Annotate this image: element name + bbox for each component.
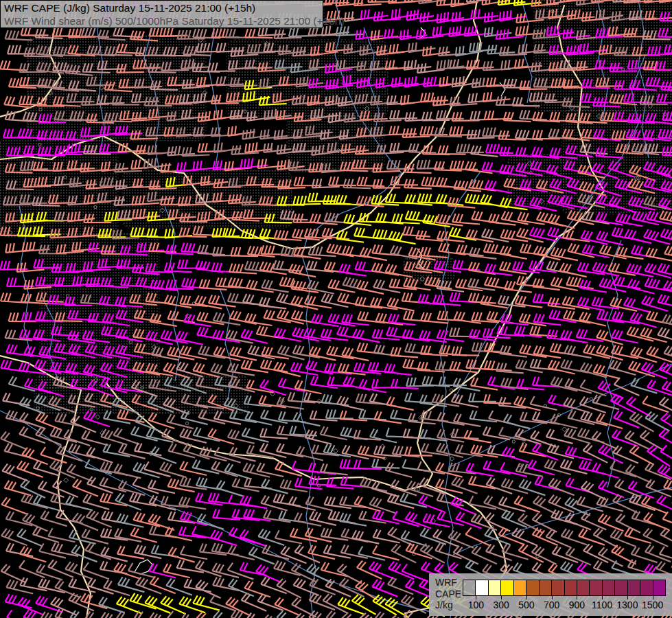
legend-color-box-10 (590, 580, 602, 595)
legend-label-300: 300 (493, 599, 509, 610)
legend-color-box-6 (540, 580, 552, 595)
legend-label-1300: 1300 (616, 599, 638, 610)
legend-color-box-12 (615, 580, 627, 595)
map-title-shear: WRF Wind shear (m/s) 500/1000hPa Saturda… (4, 14, 318, 27)
legend-color-box-2 (489, 580, 501, 595)
legend-color-scale (463, 580, 666, 596)
legend-label-1100: 1100 (592, 599, 612, 610)
legend-color-box-13 (628, 580, 640, 595)
legend-title-model: WRF (435, 577, 465, 588)
legend-label-900: 900 (569, 599, 585, 610)
legend-color-box-5 (526, 580, 539, 595)
legend-color-box-4 (514, 580, 526, 595)
legend-color-box-7 (552, 580, 564, 595)
legend-title-variable: CAPE (435, 588, 465, 600)
legend-label-700: 700 (544, 599, 559, 610)
title-panel: WRF CAPE (J/kg) Saturday 15-11-2025 21:0… (0, 0, 323, 28)
map-title-cape: WRF CAPE (J/kg) Saturday 15-11-2025 21:0… (4, 1, 318, 14)
cape-legend: WRF CAPE J/kg 10030050070090011001300150… (429, 573, 672, 616)
legend-color-box-14 (640, 580, 653, 595)
legend-color-box-1 (476, 580, 488, 595)
legend-color-box-0 (463, 580, 476, 595)
legend-color-box-11 (603, 580, 615, 595)
weather-map (0, 0, 672, 618)
legend-color-box-8 (565, 580, 577, 595)
legend-color-box-3 (501, 580, 513, 595)
legend-label-500: 500 (518, 599, 534, 610)
legend-color-box-15 (653, 580, 665, 595)
legend-label-100: 100 (468, 599, 484, 610)
legend-title-unit: J/kg (435, 599, 465, 611)
legend-label-1500: 1500 (642, 599, 663, 610)
weather-map-screenshot: WRF CAPE (J/kg) Saturday 15-11-2025 21:0… (0, 0, 672, 618)
legend-color-box-9 (577, 580, 590, 595)
legend-title: WRF CAPE J/kg (435, 577, 465, 611)
